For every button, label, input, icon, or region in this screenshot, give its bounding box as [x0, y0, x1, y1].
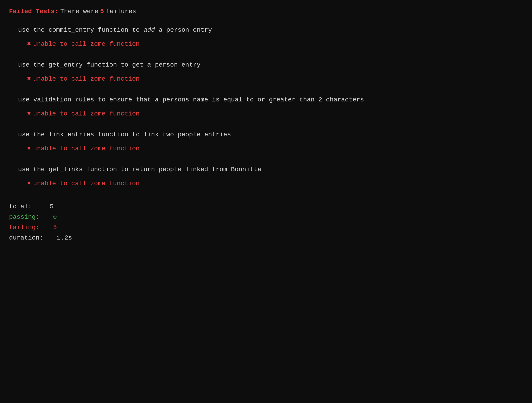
failed-text-suffix: failures — [106, 7, 136, 16]
x-icon-4: ✖ — [27, 144, 31, 154]
failure-line-2: ✖ unable to call zome function — [27, 74, 523, 84]
summary-passing-value: 0 — [53, 212, 57, 222]
failure-line-1: ✖ unable to call zome function — [27, 39, 523, 49]
summary-failing-value: 5 — [53, 223, 57, 232]
failure-line-4: ✖ unable to call zome function — [27, 144, 523, 154]
failure-message-3: unable to call zome function — [33, 109, 139, 119]
test-description-1: use the commit_entry function to add a p… — [18, 25, 523, 35]
summary-failing-row: failing: 5 — [9, 223, 523, 232]
x-icon-2: ✖ — [27, 74, 31, 84]
failure-message-2: unable to call zome function — [33, 74, 139, 84]
summary-total-row: total: 5 — [9, 202, 523, 211]
test-description-2: use the get_entry function to get a pers… — [18, 60, 523, 70]
test-description-5: use the get_links function to return peo… — [18, 165, 523, 174]
failure-message-4: unable to call zome function — [33, 144, 139, 154]
failed-count: 5 — [100, 7, 104, 16]
summary-duration-row: duration: 1.2s — [9, 233, 523, 243]
failure-line-5: ✖ unable to call zome function — [27, 179, 523, 188]
x-icon-3: ✖ — [27, 109, 31, 119]
test-block-2: use the get_entry function to get a pers… — [18, 60, 523, 84]
test-block-3: use validation rules to ensure that a pe… — [18, 95, 523, 119]
failed-header: Failed Tests: There were 5 failures — [9, 7, 523, 16]
summary: total: 5 passing: 0 failing: 5 duration:… — [9, 202, 523, 243]
summary-failing-label: failing: — [9, 223, 39, 232]
summary-passing-label: passing: — [9, 212, 39, 222]
summary-duration-value: 1.2s — [57, 233, 72, 243]
failure-line-3: ✖ unable to call zome function — [27, 109, 523, 119]
test-description-3: use validation rules to ensure that a pe… — [18, 95, 523, 104]
summary-passing-row: passing: 0 — [9, 212, 523, 222]
failure-message-5: unable to call zome function — [33, 179, 139, 188]
failure-message-1: unable to call zome function — [33, 39, 139, 49]
failed-label: Failed Tests: — [9, 7, 58, 16]
test-description-4: use the link_entries function to link tw… — [18, 130, 523, 139]
x-icon-1: ✖ — [27, 39, 31, 49]
test-block-1: use the commit_entry function to add a p… — [18, 25, 523, 49]
failed-text-pre: There were — [60, 7, 98, 16]
x-icon-5: ✖ — [27, 179, 31, 188]
test-block-5: use the get_links function to return peo… — [18, 165, 523, 188]
summary-duration-label: duration: — [9, 233, 43, 243]
summary-total-label: total: — [9, 202, 36, 211]
test-block-4: use the link_entries function to link tw… — [18, 130, 523, 154]
summary-total-value: 5 — [50, 202, 54, 211]
